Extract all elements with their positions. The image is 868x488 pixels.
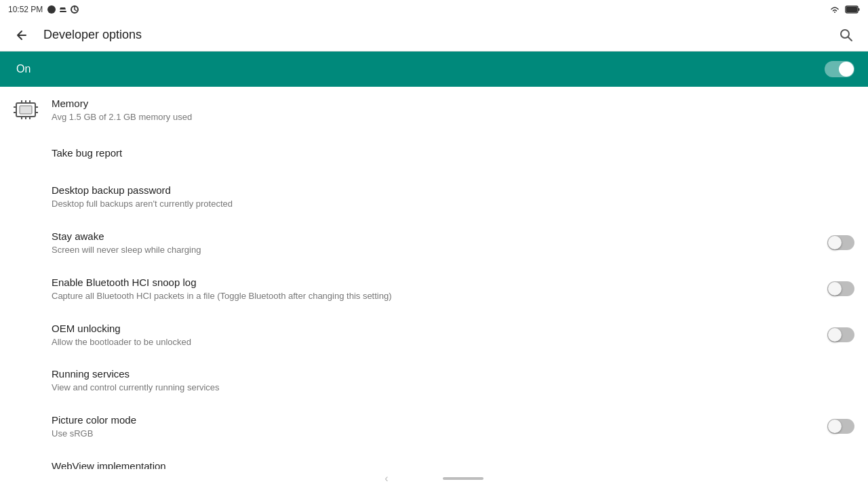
- bottom-bar: ‹: [0, 469, 868, 488]
- settings-item-memory[interactable]: Memory Avg 1.5 GB of 2.1 GB memory used: [0, 87, 868, 133]
- picture-color-subtitle: Use sRGB: [52, 428, 816, 440]
- status-icons: [47, 5, 79, 14]
- svg-rect-6: [846, 7, 857, 12]
- circle-icon: [47, 5, 56, 14]
- page-title: Developer options: [43, 28, 835, 42]
- memory-subtitle: Avg 1.5 GB of 2.1 GB memory used: [52, 112, 854, 123]
- settings-item-stay-awake[interactable]: Stay awake Screen will never sleep while…: [0, 220, 868, 266]
- stay-awake-toggle-knob: [828, 236, 842, 249]
- take-bug-report-title: Take bug report: [52, 146, 854, 160]
- oem-unlocking-toggle-knob: [828, 328, 842, 342]
- settings-item-running-services[interactable]: Running services View and control curren…: [0, 357, 868, 403]
- stay-awake-subtitle: Screen will never sleep while charging: [52, 245, 816, 256]
- bluetooth-hci-toggle-container: [827, 281, 854, 296]
- stay-awake-content: Stay awake Screen will never sleep while…: [52, 229, 816, 256]
- desktop-backup-title: Desktop backup password: [52, 183, 854, 197]
- status-time: 10:52 PM: [8, 5, 43, 14]
- memory-item-content: Memory Avg 1.5 GB of 2.1 GB memory used: [52, 96, 854, 123]
- settings-item-oem-unlocking[interactable]: OEM unlocking Allow the bootloader to be…: [0, 312, 868, 358]
- desktop-backup-content: Desktop backup password Desktop full bac…: [52, 183, 854, 210]
- battery-icon: [845, 5, 860, 14]
- picture-color-content: Picture color mode Use sRGB: [52, 413, 816, 440]
- svg-rect-1: [60, 11, 66, 12]
- bluetooth-hci-toggle[interactable]: [827, 281, 854, 296]
- bluetooth-hci-content: Enable Bluetooth HCI snoop log Capture a…: [52, 275, 816, 302]
- oem-unlocking-title: OEM unlocking: [52, 321, 816, 336]
- picture-color-title: Picture color mode: [52, 413, 816, 427]
- search-button[interactable]: [835, 24, 857, 46]
- bluetooth-hci-toggle-knob: [828, 282, 842, 296]
- settings-list: Memory Avg 1.5 GB of 2.1 GB memory used …: [0, 87, 868, 469]
- edit-icon: [58, 5, 68, 14]
- status-bar-left: 10:52 PM: [8, 5, 79, 14]
- webview-title: WebView implementation: [52, 459, 854, 469]
- stay-awake-toggle[interactable]: [827, 235, 854, 250]
- running-services-subtitle: View and control currently running servi…: [52, 382, 854, 394]
- oem-unlocking-toggle-container: [827, 327, 854, 342]
- oem-unlocking-subtitle: Allow the bootloader to be unlocked: [52, 337, 816, 348]
- developer-options-toggle[interactable]: [825, 61, 854, 77]
- bluetooth-hci-subtitle: Capture all Bluetooth HCI packets in a f…: [52, 291, 816, 302]
- status-bar-right: [829, 5, 860, 14]
- memory-title: Memory: [52, 96, 854, 110]
- memory-chip-icon: [14, 98, 38, 122]
- back-button[interactable]: [11, 24, 33, 46]
- oem-unlocking-content: OEM unlocking Allow the bootloader to be…: [52, 321, 816, 348]
- picture-color-toggle-knob: [828, 420, 842, 433]
- running-services-title: Running services: [52, 367, 854, 381]
- svg-rect-10: [20, 106, 32, 114]
- svg-line-8: [848, 37, 852, 41]
- picture-color-toggle-container: [827, 419, 854, 434]
- desktop-backup-subtitle: Desktop full backups aren't currently pr…: [52, 199, 854, 210]
- settings-item-take-bug-report[interactable]: Take bug report: [0, 133, 868, 174]
- svg-marker-2: [60, 7, 66, 9]
- search-icon: [839, 28, 854, 43]
- oem-unlocking-toggle[interactable]: [827, 327, 854, 342]
- app-bar: Developer options: [0, 19, 868, 52]
- settings-item-picture-color[interactable]: Picture color mode Use sRGB: [0, 403, 868, 449]
- take-bug-report-content: Take bug report: [52, 146, 854, 160]
- back-arrow-icon: [15, 28, 28, 42]
- wifi-icon: [829, 5, 841, 14]
- settings-item-webview[interactable]: WebView implementation Android System We…: [0, 449, 868, 469]
- settings-item-desktop-backup[interactable]: Desktop backup password Desktop full bac…: [0, 174, 868, 220]
- bluetooth-hci-title: Enable Bluetooth HCI snoop log: [52, 275, 816, 289]
- status-bar: 10:52 PM: [0, 0, 868, 19]
- bottom-home-indicator[interactable]: [443, 477, 484, 480]
- svg-rect-5: [859, 8, 860, 11]
- running-services-content: Running services View and control curren…: [52, 367, 854, 394]
- developer-options-toggle-bar: On: [0, 52, 868, 87]
- svg-point-0: [47, 5, 56, 14]
- picture-color-toggle[interactable]: [827, 419, 854, 434]
- toggle-knob: [839, 62, 854, 77]
- refresh-icon: [70, 5, 79, 14]
- stay-awake-title: Stay awake: [52, 229, 816, 243]
- settings-item-bluetooth-hci[interactable]: Enable Bluetooth HCI snoop log Capture a…: [0, 266, 868, 312]
- toggle-bar-label: On: [16, 63, 31, 75]
- memory-icon-container: [14, 98, 38, 122]
- bottom-back-arrow[interactable]: ‹: [384, 472, 388, 485]
- webview-content: WebView implementation Android System We…: [52, 459, 854, 469]
- stay-awake-toggle-container: [827, 235, 854, 250]
